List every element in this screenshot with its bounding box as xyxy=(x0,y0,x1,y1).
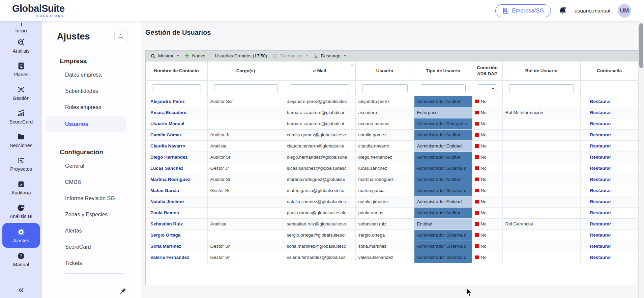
sidebar-item-planes[interactable]: Planes xyxy=(2,58,40,81)
cell-rol xyxy=(502,241,580,252)
sidebar-item-datos-empresa[interactable]: Datos empresa xyxy=(42,67,141,83)
nuevo-button[interactable]: Nuevo xyxy=(184,53,205,59)
sidebar-item-analisis-bi[interactable]: Análisis BI xyxy=(2,199,40,223)
refresh-icon xyxy=(272,53,277,59)
sidebar-item-general[interactable]: General xyxy=(42,158,141,174)
sidebar-item-tickets[interactable]: Tickets xyxy=(42,255,141,271)
cell-name[interactable]: Valeria Fernández xyxy=(146,252,207,263)
current-username: usuario.manual xyxy=(575,8,610,14)
cell-usuario: sebastian.ruiz xyxy=(355,218,414,229)
cell-pass[interactable]: Restaurar xyxy=(580,252,638,263)
column-header-name[interactable]: Nombre de Contacto xyxy=(146,61,207,80)
cell-name[interactable]: Sofía Martínez xyxy=(146,241,207,252)
cell-pass[interactable]: Restaurar xyxy=(580,129,638,140)
cell-name[interactable]: Alejandro Pérez xyxy=(146,96,207,107)
sidebar-item-gestion[interactable]: Gestión xyxy=(2,81,40,105)
cell-name[interactable]: Sebastián Ruiz xyxy=(146,218,207,229)
column-header-email[interactable]: e-Mail xyxy=(284,61,355,80)
filter-input-usuario[interactable] xyxy=(362,84,408,92)
column-header-cargo[interactable]: Cargo(s) xyxy=(207,61,284,80)
pin-sidebar-icon[interactable] xyxy=(119,287,127,295)
sidebar-item-zonas-y-especies[interactable]: Zonas y Especies xyxy=(42,207,141,223)
cell-tipo: Administrador Sistema d xyxy=(414,163,472,174)
sidebar-item-label: Análisis BI xyxy=(10,214,33,219)
sidebar-item-scorecard[interactable]: ScoreCard xyxy=(2,105,40,129)
column-header-conexion[interactable]: ConexiónAD/LDAP xyxy=(472,61,502,80)
cell-pass[interactable]: Restaurar xyxy=(580,218,638,229)
mostrar-button[interactable]: Mostrar xyxy=(150,53,179,59)
cell-name[interactable]: Natalia Jiménez xyxy=(146,196,207,207)
cell-pass[interactable]: Restaurar xyxy=(580,174,638,185)
cell-pass[interactable]: Restaurar xyxy=(580,152,638,163)
sidebar-item-informe-revisi-n-sg[interactable]: Informe Revisión SG xyxy=(42,190,141,207)
descarga-button[interactable]: Descarga xyxy=(313,53,346,59)
sidebar-item-subentidades[interactable]: Subentidades xyxy=(42,83,141,99)
sidebar-item-secciones[interactable]: Secciones xyxy=(2,129,40,152)
cell-name[interactable]: Sergio Ortega xyxy=(146,229,207,241)
sidebar-item-manual[interactable]: ?Manual xyxy=(2,248,40,271)
sidebar-search-button[interactable] xyxy=(114,30,127,43)
cell-pass[interactable]: Restaurar xyxy=(580,107,638,118)
sort-ascending-icon[interactable] xyxy=(350,64,354,66)
table-row: Alejandro PérezAuditor Ssralejandro.pere… xyxy=(146,96,638,107)
cell-pass[interactable]: Restaurar xyxy=(580,118,638,129)
sidebar-divider xyxy=(65,134,123,134)
user-avatar[interactable]: UM xyxy=(618,4,631,18)
filter-cell-cargo xyxy=(207,80,284,96)
cell-name[interactable]: Amara Escudero xyxy=(146,107,207,118)
notifications-button[interactable] xyxy=(558,6,567,16)
sidebar-item-cmdb[interactable]: CMDB xyxy=(42,174,141,190)
filter-input-cargo[interactable] xyxy=(214,84,277,92)
cell-usuario: mateo.garcia xyxy=(355,185,414,196)
filter-input-rol[interactable] xyxy=(509,84,574,92)
cell-name[interactable]: Paula Ramos xyxy=(146,207,207,218)
cell-name[interactable]: Camila Gómez xyxy=(146,129,207,140)
scrollbar-thumb[interactable] xyxy=(639,23,643,68)
column-header-usuario[interactable]: Usuario xyxy=(355,61,414,80)
cell-email: barbara.zapatero@globalsui xyxy=(284,107,355,118)
cell-name[interactable]: Mateo García xyxy=(146,185,207,196)
icon-rail: InicioAnálisisPlanesGestiónScoreCardSecc… xyxy=(0,21,42,298)
cell-pass[interactable]: Restaurar xyxy=(580,140,638,152)
cell-tipo: Administrador Auditor xyxy=(414,207,472,218)
cell-pass[interactable]: Restaurar xyxy=(580,229,638,241)
sincronizar-button[interactable]: Sincronizar xyxy=(272,53,309,59)
cell-pass[interactable]: Restaurar xyxy=(580,185,638,196)
column-header-rol[interactable]: Rol de Usuario xyxy=(502,61,580,80)
filter-input-email[interactable] xyxy=(291,84,349,92)
sidebar-item-proyectos[interactable]: Proyectos xyxy=(2,152,40,176)
filter-cell-pass xyxy=(580,80,638,96)
vertical-scrollbar[interactable] xyxy=(638,21,644,298)
column-header-tipo[interactable]: Tipo de Usuario xyxy=(414,61,472,80)
filter-select-conexion[interactable] xyxy=(478,84,497,92)
cell-pass[interactable]: Restaurar xyxy=(580,96,638,107)
cell-name[interactable]: Diego Hernández xyxy=(146,152,207,163)
filter-cell-conexion xyxy=(472,80,502,96)
collapse-sidebar-icon[interactable]: « xyxy=(18,285,24,295)
cell-name[interactable]: Claudia Navarro xyxy=(146,140,207,152)
cell-pass[interactable]: Restaurar xyxy=(580,196,638,207)
sidebar-item-ajustes[interactable]: Ajustes xyxy=(2,223,40,248)
sidebar-item-analisis[interactable]: Análisis xyxy=(2,34,40,58)
sidebar-item-alertas[interactable]: Alertas xyxy=(42,223,141,239)
page-title: Gestión de Usuarios xyxy=(145,29,211,36)
cell-pass[interactable]: Restaurar xyxy=(580,207,638,218)
column-header-pass[interactable]: Contraseña xyxy=(580,61,638,80)
table-row: Lucas SánchezGestor Jrlucas.sanchez@glob… xyxy=(146,163,638,174)
cell-rol xyxy=(502,118,580,129)
bell-icon xyxy=(558,6,567,16)
cell-conexion: No xyxy=(472,218,502,229)
cell-name[interactable]: Martina Rodríguez xyxy=(146,174,207,185)
sidebar-item-auditoria[interactable]: Auditoría xyxy=(2,176,40,199)
filter-input-name[interactable] xyxy=(152,84,201,92)
sidebar-item-roles-empresa[interactable]: Roles empresa xyxy=(42,99,141,115)
filter-input-tipo[interactable] xyxy=(421,84,466,92)
cell-pass[interactable]: Restaurar xyxy=(580,241,638,252)
sidebar-item-scorecard[interactable]: ScoreCard xyxy=(42,239,141,255)
sidebar-item-usuarios[interactable]: Usuarios xyxy=(46,116,126,132)
sidebar-item-inicio[interactable]: Inicio xyxy=(2,21,40,34)
cell-pass[interactable]: Restaurar xyxy=(580,163,638,174)
cell-name[interactable]: Usuario Manual xyxy=(146,118,207,129)
cell-name[interactable]: Lucas Sánchez xyxy=(146,163,207,174)
company-selector-button[interactable]: Empresa/SG xyxy=(495,4,551,17)
